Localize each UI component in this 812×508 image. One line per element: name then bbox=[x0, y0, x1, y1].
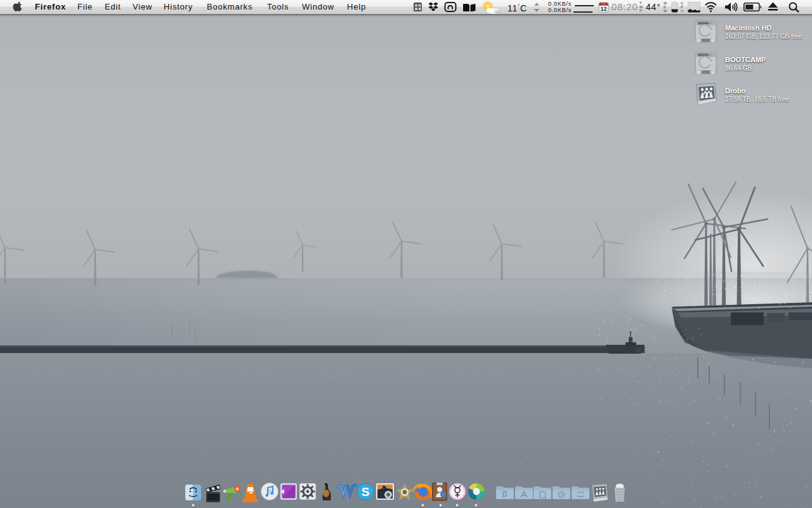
svg-text:12: 12 bbox=[600, 6, 606, 12]
svg-text:S: S bbox=[362, 485, 370, 498]
